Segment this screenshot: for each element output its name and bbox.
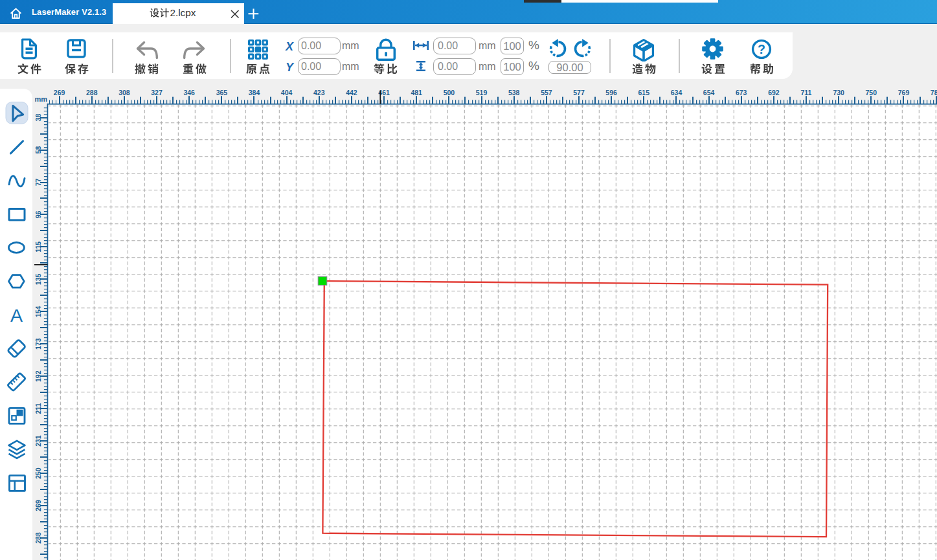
svg-text:788: 788 — [931, 89, 937, 96]
svg-text:38: 38 — [34, 114, 42, 122]
svg-text:750: 750 — [866, 89, 877, 96]
svg-text:2.lcpx: 2.lcpx — [170, 7, 196, 18]
svg-text:384: 384 — [249, 89, 260, 96]
svg-text:654: 654 — [703, 89, 715, 96]
svg-text:711: 711 — [801, 89, 812, 96]
svg-text:673: 673 — [736, 89, 747, 96]
svg-text:404: 404 — [281, 89, 293, 96]
svg-text:769: 769 — [898, 89, 910, 96]
svg-text:577: 577 — [573, 89, 585, 96]
svg-text:327: 327 — [151, 89, 163, 96]
svg-text:192: 192 — [34, 370, 42, 382]
svg-text:154: 154 — [34, 306, 42, 317]
svg-text:269: 269 — [54, 89, 65, 96]
svg-text:A: A — [10, 304, 23, 325]
svg-text:96: 96 — [34, 211, 42, 219]
svg-text:692: 692 — [768, 89, 780, 96]
svg-text:288: 288 — [34, 532, 42, 544]
svg-text:481: 481 — [411, 89, 422, 96]
svg-text:115: 115 — [34, 241, 42, 252]
svg-text:615: 615 — [638, 89, 650, 96]
svg-text:250: 250 — [34, 467, 42, 479]
svg-text:269: 269 — [34, 500, 42, 511]
svg-text:231: 231 — [34, 435, 42, 447]
svg-text:519: 519 — [476, 89, 488, 96]
svg-text:173: 173 — [34, 338, 42, 350]
svg-text:365: 365 — [216, 89, 228, 96]
svg-text:557: 557 — [541, 89, 552, 96]
svg-text:288: 288 — [86, 89, 98, 96]
svg-text:442: 442 — [346, 89, 357, 96]
svg-text:308: 308 — [119, 89, 130, 96]
svg-text:77: 77 — [34, 179, 42, 186]
svg-text:211: 211 — [34, 403, 42, 414]
svg-text:mm: mm — [35, 95, 48, 103]
svg-text:500: 500 — [444, 89, 455, 96]
svg-text:423: 423 — [313, 89, 325, 96]
svg-text:58: 58 — [34, 146, 42, 154]
svg-text:538: 538 — [508, 89, 520, 96]
svg-text:634: 634 — [671, 89, 683, 96]
svg-text:730: 730 — [833, 89, 844, 96]
svg-text:596: 596 — [605, 89, 617, 96]
svg-text:135: 135 — [34, 273, 42, 285]
svg-text:?: ? — [758, 42, 765, 56]
svg-text:346: 346 — [183, 89, 195, 96]
